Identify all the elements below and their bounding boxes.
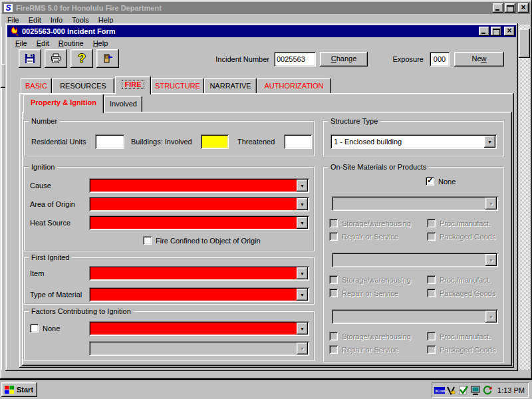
form-maximize-button[interactable] xyxy=(491,27,501,36)
form-menu-help[interactable]: Help xyxy=(88,38,113,49)
dropdown-arrow-icon[interactable] xyxy=(297,267,308,279)
fire-confined-label[interactable]: Fire Confined to Object of Origin xyxy=(156,236,261,245)
print-button[interactable] xyxy=(45,49,67,68)
dropdown-arrow-icon xyxy=(485,311,497,323)
material-3-repair-checkbox xyxy=(329,345,338,354)
tab-narrative-label: NARRATIVE xyxy=(209,82,251,90)
help-question-icon: ? xyxy=(78,51,86,66)
item-combobox[interactable] xyxy=(89,266,309,281)
tray-icon-volume[interactable] xyxy=(446,385,457,396)
buildings-involved-field[interactable] xyxy=(201,134,229,149)
exposure-field[interactable]: 000 xyxy=(430,52,450,66)
dropdown-arrow-icon[interactable] xyxy=(297,217,308,229)
tab-fire[interactable]: FIRE xyxy=(115,76,151,94)
material-1-packaged-label: Packaged Goods xyxy=(440,232,495,241)
dropdown-arrow-icon[interactable] xyxy=(297,180,308,192)
main-maximize-button[interactable] xyxy=(505,3,515,13)
form-menubar: File Edit Routine Help xyxy=(11,38,112,49)
heat-source-combobox[interactable] xyxy=(89,215,309,230)
scrollbar-thumb[interactable] xyxy=(519,29,530,58)
material-1-repair-checkbox xyxy=(329,232,338,241)
form-menu-file[interactable]: File xyxy=(11,38,32,49)
material-3-combobox xyxy=(332,309,498,324)
residential-units-label: Residential Units xyxy=(31,134,86,149)
form-menu-edit[interactable]: Edit xyxy=(32,38,54,49)
tab-resources-label: RESOURCES xyxy=(60,82,106,90)
fire-confined-checkbox[interactable] xyxy=(143,236,152,245)
dropdown-arrow-icon[interactable] xyxy=(484,136,495,148)
material-2-proc-checkbox xyxy=(427,275,436,284)
item-label: Item xyxy=(30,266,44,281)
incident-number-field[interactable]: 0025563 xyxy=(274,52,316,66)
main-close-button[interactable] xyxy=(518,3,529,13)
material-2-packaged-label: Packaged Goods xyxy=(440,289,495,298)
material-2-proc-label: Proc./manufact. xyxy=(440,275,491,285)
subtab-involved[interactable]: Involved xyxy=(104,96,142,112)
material-1-proc-label: Proc./manufact. xyxy=(440,219,491,228)
new-button[interactable]: New xyxy=(454,52,504,66)
factors-none-label[interactable]: None xyxy=(43,324,60,333)
factors-group: Factors Contributing to Ignition None xyxy=(23,311,315,361)
structure-type-combobox[interactable]: 1 - Enclosed building xyxy=(331,134,497,149)
change-button[interactable]: Change xyxy=(320,52,368,66)
main-vertical-scrollbar[interactable] xyxy=(519,25,530,370)
area-of-origin-combobox[interactable] xyxy=(89,197,309,211)
material-3-storage-checkbox xyxy=(329,332,338,340)
tab-basic[interactable]: BASIC xyxy=(21,78,52,93)
form-minimize-button[interactable] xyxy=(479,27,489,36)
new-button-pre: Ne xyxy=(471,55,481,63)
dropdown-arrow-icon[interactable] xyxy=(297,198,308,210)
tab-authorization-label: AUTHORIZATION xyxy=(264,82,323,90)
residential-units-field[interactable] xyxy=(95,134,124,149)
tab-authorization[interactable]: AUTHORIZATION xyxy=(257,78,331,93)
main-window-titlebar[interactable]: S FireRMS 5.0 for Honolulu Fire Departme… xyxy=(2,2,530,14)
threatened-label: Threatened xyxy=(237,134,275,149)
material-3-packaged-checkbox xyxy=(427,345,436,354)
tray-icon-sync[interactable] xyxy=(482,385,493,396)
tab-fire-label: FIRE xyxy=(122,80,144,89)
change-button-key: C xyxy=(331,55,336,63)
factors-none-checkbox[interactable] xyxy=(30,324,39,332)
onsite-none-label[interactable]: None xyxy=(438,177,456,186)
structure-type-value: 1 - Enclosed building xyxy=(334,137,482,147)
tab-resources[interactable]: RESOURCES xyxy=(52,78,114,93)
first-ignited-group-title: First Ignited xyxy=(29,253,72,262)
subtab-property-ignition-label: Property & Ignition xyxy=(31,98,96,106)
subtab-property-ignition[interactable]: Property & Ignition xyxy=(23,94,104,113)
tray-icon-virusscan[interactable] xyxy=(458,385,469,396)
area-of-origin-label: Area of Origin xyxy=(30,197,75,211)
dropdown-arrow-icon[interactable] xyxy=(297,289,308,301)
save-floppy-icon xyxy=(25,53,35,64)
start-button[interactable]: Start xyxy=(1,382,37,397)
tab-structure[interactable]: STRUCTURE xyxy=(151,78,204,93)
dropdown-arrow-icon xyxy=(485,198,497,209)
material-2-repair-checkbox xyxy=(329,289,338,297)
exit-button[interactable] xyxy=(96,49,119,68)
ignition-group-title: Ignition xyxy=(29,162,57,172)
type-of-material-combobox[interactable] xyxy=(89,287,309,302)
material-1-proc-checkbox xyxy=(427,219,436,227)
tab-narrative[interactable]: NARRATIVE xyxy=(204,78,257,93)
dropdown-arrow-icon xyxy=(485,254,497,266)
system-tray: 3Com 1:13 PM xyxy=(432,382,529,398)
tray-icon-display[interactable] xyxy=(470,385,481,396)
material-3-proc-checkbox xyxy=(427,332,436,340)
exit-door-icon xyxy=(102,53,113,64)
factor-secondary-combobox xyxy=(89,341,309,356)
windows-logo-icon xyxy=(4,384,15,395)
structure-type-group-title: Structure Type xyxy=(328,116,380,126)
form-close-button[interactable] xyxy=(504,27,515,36)
incident-form-titlebar[interactable]: 0025563-000 Incident Form xyxy=(7,25,516,37)
help-button[interactable]: ? xyxy=(70,49,93,68)
tab-structure-label: STRUCTURE xyxy=(155,82,200,90)
tray-icon-3com[interactable]: 3Com xyxy=(434,385,445,396)
form-menu-routine[interactable]: Routine xyxy=(54,38,88,49)
cause-combobox[interactable] xyxy=(89,178,309,193)
save-button[interactable] xyxy=(19,49,41,68)
factor-combobox[interactable] xyxy=(89,321,309,336)
main-minimize-button[interactable] xyxy=(493,3,503,13)
threatened-field[interactable] xyxy=(284,134,312,149)
dropdown-arrow-icon[interactable] xyxy=(297,323,308,334)
type-of-material-label: Type of Material xyxy=(30,287,82,302)
onsite-none-checkbox[interactable] xyxy=(426,177,434,186)
